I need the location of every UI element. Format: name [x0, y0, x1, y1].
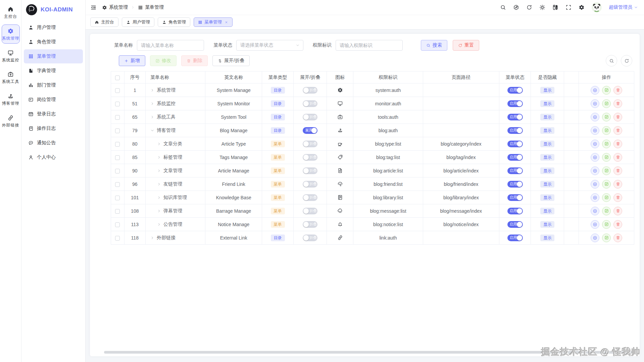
row-edit-button[interactable] — [602, 180, 611, 189]
row-checkbox[interactable] — [115, 102, 120, 106]
rail-item-link[interactable]: 外部链接 — [2, 111, 20, 131]
row-add-button[interactable] — [591, 207, 599, 215]
tab-user[interactable]: 用户管理 — [122, 17, 154, 27]
row-edit-button[interactable] — [602, 99, 611, 108]
row-edit-button[interactable] — [602, 126, 611, 135]
row-edit-button[interactable] — [602, 234, 611, 242]
sidebar-item-book[interactable]: 字典管理 — [24, 64, 83, 78]
select-all-checkbox[interactable] — [115, 75, 120, 80]
row-delete-button[interactable] — [613, 86, 622, 95]
row-edit-button[interactable] — [602, 166, 611, 175]
row-edit-button[interactable] — [602, 220, 611, 229]
expand-toggle[interactable]: 折叠 — [303, 87, 317, 94]
row-delete-button[interactable] — [613, 166, 622, 175]
row-add-button[interactable] — [591, 193, 599, 202]
row-checkbox[interactable] — [115, 115, 120, 120]
tree-expand-icon[interactable] — [157, 169, 161, 173]
sidebar-item-user[interactable]: 用户管理 — [24, 20, 83, 35]
tree-expand-icon[interactable] — [157, 182, 161, 186]
tree-expand-icon[interactable] — [150, 128, 154, 133]
gear-icon[interactable] — [579, 4, 585, 10]
expand-toggle[interactable]: 折叠 — [303, 181, 317, 188]
tab-home[interactable]: 主控台 — [90, 17, 118, 27]
row-edit-button[interactable] — [602, 140, 611, 148]
sidebar-item-calendar[interactable]: 登录日志 — [24, 107, 83, 121]
row-add-button[interactable] — [591, 113, 599, 121]
expand-toggle[interactable]: 折叠 — [303, 194, 317, 201]
sidebar-item-journal[interactable]: 操作日志 — [24, 121, 83, 136]
tab-close-icon[interactable] — [225, 20, 228, 24]
expand-toggle[interactable]: 折叠 — [303, 208, 317, 214]
expand-collapse-button[interactable]: 展开/折叠 — [212, 55, 250, 66]
username-dropdown[interactable]: 超级管理员 — [609, 4, 638, 10]
sidebar-item-chart[interactable]: 部门管理 — [24, 78, 83, 92]
status-toggle[interactable]: 启用 — [507, 87, 523, 94]
sidebar-item-role[interactable]: 角色管理 — [24, 35, 83, 49]
reset-button[interactable]: 重置 — [453, 40, 479, 51]
row-checkbox[interactable] — [115, 155, 120, 160]
table-search-button[interactable] — [606, 55, 617, 66]
row-delete-button[interactable] — [613, 180, 622, 189]
breadcrumb-item[interactable]: 菜单管理 — [138, 4, 164, 10]
row-edit-button[interactable] — [602, 86, 611, 95]
sun-icon[interactable] — [539, 4, 545, 10]
table-refresh-button[interactable] — [621, 55, 632, 66]
add-button[interactable]: 新增 — [119, 55, 145, 66]
tree-expand-icon[interactable] — [157, 142, 161, 146]
fullscreen-icon[interactable] — [565, 4, 572, 10]
expand-toggle[interactable]: 折叠 — [303, 141, 317, 147]
tree-expand-icon[interactable] — [157, 155, 161, 159]
tab-grid[interactable]: 菜单管理 — [194, 17, 233, 27]
tree-expand-icon[interactable] — [150, 102, 154, 106]
row-edit-button[interactable] — [602, 153, 611, 162]
permission-input[interactable] — [336, 40, 403, 51]
sidebar-item-chat[interactable]: 通知公告 — [24, 136, 83, 150]
rail-item-toolbox[interactable]: 系统工具 — [2, 68, 20, 87]
row-add-button[interactable] — [591, 140, 599, 148]
row-edit-button[interactable] — [602, 193, 611, 202]
menu-name-input[interactable] — [137, 40, 204, 51]
tree-expand-icon[interactable] — [150, 236, 154, 240]
status-toggle[interactable]: 启用 — [507, 154, 523, 161]
expand-toggle[interactable]: 折叠 — [303, 100, 317, 107]
console-icon[interactable] — [552, 4, 558, 10]
refresh-icon[interactable] — [526, 4, 532, 10]
expand-toggle[interactable]: 展开 — [303, 127, 317, 134]
row-checkbox[interactable] — [115, 88, 120, 93]
status-toggle[interactable]: 启用 — [507, 208, 523, 214]
tree-expand-icon[interactable] — [150, 115, 154, 119]
row-checkbox[interactable] — [115, 209, 120, 214]
expand-toggle[interactable]: 折叠 — [303, 167, 317, 174]
row-add-button[interactable] — [591, 86, 599, 95]
row-delete-button[interactable] — [613, 234, 622, 242]
status-toggle[interactable]: 启用 — [507, 141, 523, 147]
status-toggle[interactable]: 启用 — [507, 194, 523, 201]
expand-toggle[interactable]: 折叠 — [303, 154, 317, 161]
tree-expand-icon[interactable] — [157, 222, 161, 226]
row-add-button[interactable] — [591, 126, 599, 135]
row-delete-button[interactable] — [613, 126, 622, 135]
row-delete-button[interactable] — [613, 99, 622, 108]
row-add-button[interactable] — [591, 234, 599, 242]
row-checkbox[interactable] — [115, 222, 120, 227]
row-add-button[interactable] — [591, 166, 599, 175]
status-toggle[interactable]: 启用 — [507, 114, 523, 120]
sidebar-collapse-icon[interactable] — [90, 4, 97, 11]
row-edit-button[interactable] — [602, 207, 611, 215]
sidebar-item-grid[interactable]: 菜单管理 — [24, 49, 83, 63]
row-checkbox[interactable] — [115, 128, 120, 133]
rail-item-boat[interactable]: 博客管理 — [2, 90, 20, 109]
row-add-button[interactable] — [591, 153, 599, 162]
row-delete-button[interactable] — [613, 153, 622, 162]
tree-expand-icon[interactable] — [157, 196, 161, 200]
row-checkbox[interactable] — [115, 236, 120, 241]
row-checkbox[interactable] — [115, 142, 120, 147]
sidebar-item-card[interactable]: 岗位管理 — [24, 93, 83, 107]
pen-icon[interactable] — [513, 4, 519, 10]
search-button[interactable]: 搜索 — [421, 40, 447, 51]
breadcrumb-item[interactable]: 系统管理 — [102, 4, 128, 10]
expand-toggle[interactable]: 折叠 — [303, 114, 317, 120]
status-toggle[interactable]: 启用 — [507, 100, 523, 107]
row-delete-button[interactable] — [613, 207, 622, 215]
row-add-button[interactable] — [591, 99, 599, 108]
